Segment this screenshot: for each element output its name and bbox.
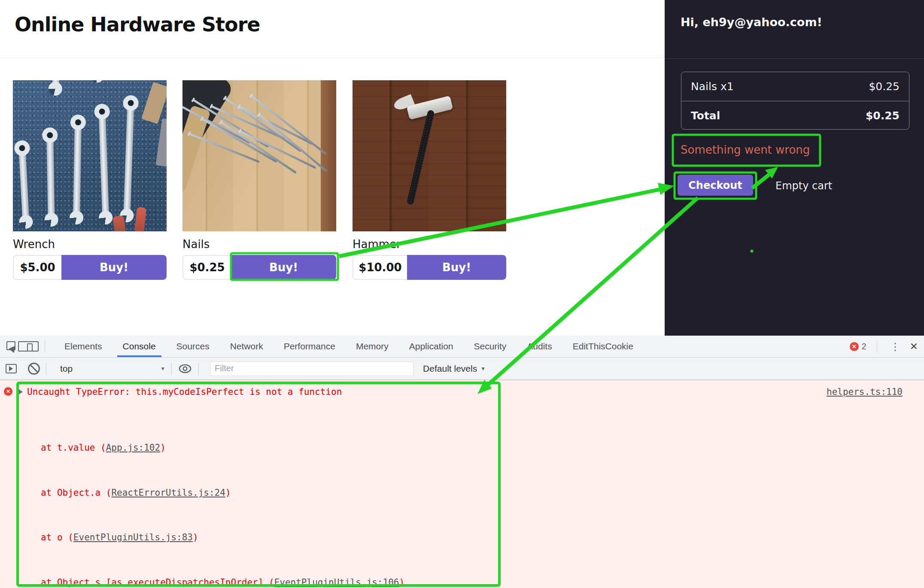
product-name-nails: Nails [182, 238, 210, 251]
disclosure-triangle-icon[interactable] [19, 389, 23, 394]
tab-console[interactable]: Console [117, 336, 161, 357]
panel-divider [665, 58, 924, 59]
stack-source-link[interactable]: ReactErrorUtils.js:24 [111, 488, 225, 498]
tab-performance[interactable]: Performance [278, 336, 341, 357]
clear-console-icon[interactable] [28, 363, 40, 375]
illustration-shape [239, 106, 313, 145]
chevron-down-icon[interactable]: ▼ [480, 366, 486, 372]
illustration-shape [46, 140, 55, 215]
tab-network[interactable]: Network [225, 336, 269, 357]
buy-button-nails[interactable]: Buy! [231, 255, 336, 280]
illustration-shape [27, 343, 33, 352]
user-greeting: Hi, eh9y@yahoo.com! [681, 15, 822, 29]
stack-frame-text: ) [399, 577, 404, 588]
stack-frame-line: at o (EventPluginUtils.js:83) [41, 532, 453, 543]
illustration-shape [52, 80, 63, 85]
product-name-hammer: Hammer [353, 238, 401, 251]
stack-frame-text: ) [193, 532, 198, 543]
illustration-shape [202, 118, 277, 163]
product-image-hammer [353, 80, 506, 231]
chevron-down-icon[interactable]: ▼ [160, 366, 165, 372]
console-stack-trace: at t.value (App.js:102) at Object.a (Rea… [41, 397, 453, 588]
devtools-tabs: Elements Console Sources Network Perform… [59, 336, 639, 357]
tab-security[interactable]: Security [468, 336, 512, 357]
toolbar-divider [877, 341, 877, 353]
illustration-shape [155, 118, 167, 167]
illustration-shape [19, 153, 29, 218]
context-selector[interactable]: top [60, 364, 73, 374]
cart-line-item: Nails x1 $0.25 [681, 72, 909, 101]
devtools-tabbar-right: ✕ 2 ⋮ ✕ [850, 336, 924, 358]
illustration-shape [189, 133, 259, 163]
cart-summary-table: Nails x1 $0.25 Total $0.25 [681, 72, 909, 130]
stack-source-link[interactable]: App.js:102 [106, 443, 160, 453]
tab-elements[interactable]: Elements [59, 336, 108, 357]
device-toolbar-icon[interactable] [27, 341, 39, 352]
tab-application[interactable]: Application [404, 336, 459, 357]
stack-frame-line: at Object.s [as executeDispatchesInOrder… [41, 577, 453, 588]
cart-item-price: $0.25 [869, 80, 900, 93]
stack-source-link[interactable]: EventPluginUtils.js:83 [73, 532, 193, 543]
cart-item-label: Nails x1 [691, 80, 734, 93]
stack-frame-text: at t.value ( [41, 443, 106, 453]
stack-frame-text: ) [160, 443, 166, 453]
buy-button-hammer[interactable]: Buy! [407, 255, 506, 280]
console-error-title: Uncaught TypeError: this.myCodeIsPerfect… [27, 386, 342, 397]
toolbar-divider [46, 363, 46, 375]
stack-source-link[interactable]: EventPluginUtils.js:106 [274, 577, 399, 588]
devtools-panel: Elements Console Sources Network Perform… [0, 336, 924, 588]
kebab-menu-icon[interactable]: ⋮ [890, 341, 900, 353]
illustration-shape [258, 114, 327, 173]
header-divider [0, 58, 665, 58]
log-levels-dropdown[interactable]: Default levels [423, 364, 477, 374]
product-price-hammer: $10.00 [353, 255, 407, 280]
product-pricebar-nails: $0.25 Buy! [182, 255, 336, 280]
cart-total-row: Total $0.25 [681, 101, 909, 130]
screen: Online Hardware Store Wrench $5.00 Buy! [0, 0, 924, 588]
buy-button-wrench[interactable]: Buy! [61, 255, 167, 280]
error-badge-icon[interactable]: ✕ [850, 342, 859, 351]
cart-panel: Hi, eh9y@yahoo.com! Nails x1 $0.25 Total… [665, 0, 924, 336]
illustration-shape [407, 109, 435, 205]
stack-frame-line: at t.value (App.js:102) [41, 442, 453, 453]
illustration-shape [141, 82, 167, 124]
product-pricebar-hammer: $10.00 Buy! [353, 255, 506, 280]
empty-cart-link[interactable]: Empty cart [775, 180, 832, 192]
toolbar-divider [45, 340, 45, 352]
illustration-shape [73, 127, 81, 213]
console-log-area[interactable]: ✕ Uncaught TypeError: this.myCodeIsPerfe… [0, 380, 924, 588]
product-name-wrench: Wrench [13, 238, 55, 251]
close-icon[interactable]: ✕ [910, 341, 918, 352]
cart-total-label: Total [691, 109, 720, 122]
tab-editthiscookie[interactable]: EditThisCookie [567, 336, 639, 357]
product-pricebar-wrench: $5.00 Buy! [13, 255, 167, 280]
error-count: 2 [862, 342, 866, 352]
checkout-button[interactable]: Checkout [678, 175, 753, 196]
illustration-shape [124, 108, 134, 211]
stack-frame-text: at Object.a ( [41, 488, 111, 498]
illustration-shape [99, 117, 109, 213]
devtools-tabbar: Elements Console Sources Network Perform… [0, 336, 924, 358]
tab-sources[interactable]: Sources [171, 336, 215, 357]
stack-frame-text: ) [225, 488, 231, 498]
storefront: Online Hardware Store Wrench $5.00 Buy! [0, 0, 665, 336]
stack-frame-line: at Object.a (ReactErrorUtils.js:24) [41, 487, 453, 498]
console-toolbar: top ▼ Default levels ▼ [0, 358, 924, 380]
inspect-element-icon[interactable] [6, 341, 17, 352]
illustration-shape [321, 80, 336, 231]
eye-icon[interactable] [179, 364, 191, 373]
tab-audits[interactable]: Audits [521, 336, 557, 357]
error-icon: ✕ [4, 387, 12, 396]
product-price-wrench: $5.00 [13, 255, 61, 280]
product-image-nails [182, 80, 336, 231]
stack-frame-text: at o ( [41, 532, 73, 543]
tab-memory[interactable]: Memory [350, 336, 394, 357]
filter-input[interactable] [210, 361, 413, 376]
product-image-wrench [13, 80, 167, 231]
console-sidebar-icon[interactable] [6, 364, 17, 373]
toolbar-divider [171, 363, 172, 375]
console-source-link[interactable]: helpers.ts:110 [827, 387, 903, 397]
stack-frame-text: at Object.s [as executeDispatchesInOrder… [41, 577, 274, 588]
product-price-nails: $0.25 [182, 255, 231, 280]
toolbar-divider [198, 363, 199, 375]
